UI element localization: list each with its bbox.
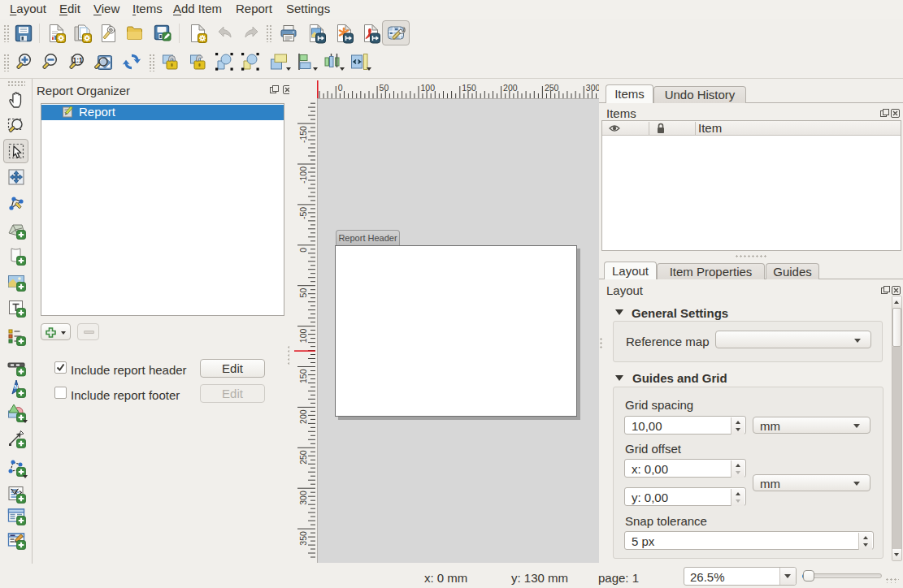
svg-text:350: 350 bbox=[298, 531, 308, 546]
svg-text:-50: -50 bbox=[298, 207, 308, 219]
svg-text:50: 50 bbox=[298, 288, 308, 298]
svg-text:0: 0 bbox=[298, 248, 308, 253]
svg-text:100: 100 bbox=[298, 328, 308, 343]
svg-text:150: 150 bbox=[462, 83, 476, 93]
svg-text:200: 200 bbox=[503, 83, 518, 93]
svg-text:-100: -100 bbox=[298, 166, 308, 184]
svg-text:0: 0 bbox=[338, 83, 343, 93]
svg-text:300: 300 bbox=[298, 491, 308, 505]
svg-text:50: 50 bbox=[380, 83, 389, 93]
svg-text:-150: -150 bbox=[298, 126, 308, 143]
svg-text:200: 200 bbox=[298, 409, 308, 424]
svg-text:250: 250 bbox=[545, 83, 559, 93]
svg-text:100: 100 bbox=[421, 83, 436, 93]
svg-text:150: 150 bbox=[298, 369, 308, 383]
svg-text:250: 250 bbox=[298, 450, 308, 465]
svg-text:300: 300 bbox=[586, 83, 599, 93]
